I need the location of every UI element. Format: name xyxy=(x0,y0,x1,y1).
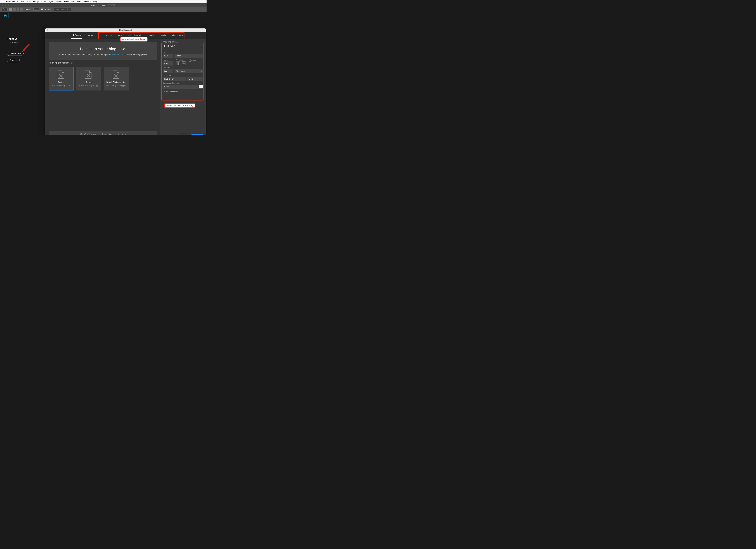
menubar-appname[interactable]: Photoshop CC xyxy=(5,1,18,3)
annotation-arrow xyxy=(21,44,30,53)
window-title: Adobe Photoshop CC 2017 xyxy=(91,4,115,6)
menu-type[interactable]: Type xyxy=(49,1,53,3)
recent-header-label: YOUR RECENT ITEMS xyxy=(49,62,69,64)
card-label: Custom xyxy=(58,81,64,83)
lasso-tool-flyout[interactable]: ▾ xyxy=(2,8,8,11)
selection-new[interactable] xyxy=(9,8,12,11)
dialog-traffic-close[interactable] xyxy=(47,29,48,31)
dialog-titlebar: New Document xyxy=(45,28,206,32)
feather-label: Feather: xyxy=(25,8,32,10)
dialog-main-area: × Let's start something new. Start with … xyxy=(45,39,160,135)
options-bar: ▾ Feather: ✓ Anti-alias Select and Mask.… xyxy=(0,7,207,12)
menu-edit[interactable]: Edit xyxy=(27,1,30,3)
hero-close-icon[interactable]: × xyxy=(153,44,155,47)
search-placeholder[interactable]: Find templates on Adobe Stock xyxy=(84,133,114,135)
tab-recent[interactable]: Recent xyxy=(71,32,82,39)
feather-input[interactable] xyxy=(33,8,39,11)
traffic-minimize[interactable] xyxy=(5,4,6,6)
annotation-box-manual xyxy=(161,43,204,100)
menu-3d[interactable]: 3D xyxy=(71,1,74,3)
svg-line-3 xyxy=(81,134,82,135)
dialog-title: New Document xyxy=(119,29,132,31)
new-document-dialog: New Document Recent Saved Photo Print Ar… xyxy=(45,28,206,135)
antialias-label: Anti-alias xyxy=(45,8,52,10)
recent-card[interactable]: Custom 1920 x 1080 px @ 144 ppi xyxy=(49,67,74,90)
antialias-checkbox[interactable]: ✓ xyxy=(41,8,43,10)
clock-icon xyxy=(72,34,74,36)
document-icon xyxy=(58,70,65,80)
workspace: Ps RECENT CC FILES Create new Open... Ne… xyxy=(0,12,207,135)
hero-headline: Let's start something new. xyxy=(55,47,151,51)
selection-subtract[interactable] xyxy=(17,8,19,11)
photoshop-logo: Ps xyxy=(3,13,8,18)
close-button[interactable]: Close xyxy=(177,134,189,135)
menu-help[interactable]: Help xyxy=(93,1,97,3)
menu-view[interactable]: View xyxy=(77,1,81,3)
selection-intersect[interactable] xyxy=(20,8,23,11)
tab-recent-label: Recent xyxy=(75,34,81,36)
recent-card[interactable]: Default Photoshop Size 16 x 12 cm @ 118.… xyxy=(104,67,129,90)
hero-text-b: to get working quickly. xyxy=(127,53,147,56)
preset-details-header: PRESET DETAILS xyxy=(163,41,203,43)
card-meta: 16 x 12 cm @ 118.11 ppcm xyxy=(106,85,127,87)
macos-menubar: Photoshop CC File Edit Image Layer Type … xyxy=(0,0,207,3)
tab-saved[interactable]: Saved xyxy=(86,32,94,38)
annotation-label-manual: Enter the size mannually xyxy=(164,103,195,108)
traffic-zoom[interactable] xyxy=(8,4,9,6)
recent-card[interactable]: Custom 1280 x 1024 px @ 300 ppi xyxy=(76,67,101,90)
card-label: Custom xyxy=(85,81,92,83)
adobe-stock-search: Find templates on Adobe Stock Go xyxy=(49,131,157,135)
menu-layer[interactable]: Layer xyxy=(41,1,46,3)
leftnav-recent[interactable]: RECENT xyxy=(7,38,24,40)
menu-select[interactable]: Select xyxy=(56,1,61,3)
svg-point-1 xyxy=(3,10,3,10)
traffic-close[interactable] xyxy=(2,4,3,6)
card-meta: 1280 x 1024 px @ 300 ppi xyxy=(79,85,99,87)
search-go-button[interactable]: Go xyxy=(118,132,125,135)
menu-window[interactable]: Window xyxy=(83,1,90,3)
photoshop-window-chrome: Adobe Photoshop CC 2017 xyxy=(0,3,207,7)
document-icon xyxy=(85,70,92,80)
create-button[interactable]: Create xyxy=(191,134,203,135)
menu-filter[interactable]: Filter xyxy=(64,1,69,3)
document-icon xyxy=(113,70,120,80)
card-meta: 1920 x 1080 px @ 144 ppi xyxy=(52,85,71,87)
menu-file[interactable]: File xyxy=(21,1,24,3)
svg-point-2 xyxy=(80,133,82,134)
open-button[interactable]: Open... xyxy=(7,58,20,62)
recent-items-grid: Custom 1920 x 1080 px @ 144 ppi Custom 1… xyxy=(49,67,157,90)
selection-add[interactable] xyxy=(13,8,16,11)
hero-subtext: Start with your own document settings or… xyxy=(55,53,151,56)
hero-text-a: Start with your own document settings or… xyxy=(59,53,110,56)
recent-items-header: YOUR RECENT ITEMS (3) xyxy=(49,62,157,64)
menu-image[interactable]: Image xyxy=(33,1,39,3)
selection-mode-group xyxy=(9,8,23,11)
document-presets-link[interactable]: document presets xyxy=(110,53,127,56)
select-and-mask-button[interactable]: Select and Mask... xyxy=(54,8,71,11)
search-icon xyxy=(80,133,82,135)
hero-banner: × Let's start something new. Start with … xyxy=(49,42,157,60)
card-label: Default Photoshop Size xyxy=(106,81,126,83)
recent-header-count: (3) xyxy=(71,62,73,64)
